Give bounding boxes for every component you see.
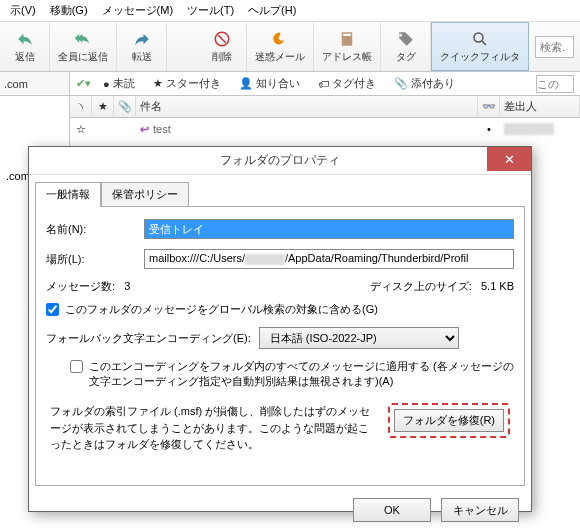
fallback-encoding-label: フォールバック文字エンコーディング(E): [46,331,251,346]
menu-help[interactable]: ヘルプ(H) [242,1,302,20]
menu-go[interactable]: 移動(G) [44,1,94,20]
svg-point-4 [474,33,483,42]
svg-line-5 [482,41,486,45]
filter-contact[interactable]: 👤 知り合い [233,74,306,93]
reply-button[interactable]: 返信 [0,22,50,71]
tab-general[interactable]: 一般情報 [35,182,101,207]
second-row: .com ✔▾ ● 未読 ★ スター付き 👤 知り合い 🏷 タグ付き 📎 添付あ… [0,72,580,96]
flame-icon [271,30,289,48]
forward-button[interactable]: 転送 [117,22,167,71]
name-label: 名前(N): [46,222,136,237]
tag-icon [397,30,415,48]
location-field[interactable]: mailbox:///C:/Users//AppData/Roaming/Thu… [144,249,514,269]
book-icon [338,30,356,48]
svg-rect-3 [343,33,351,35]
search-box [529,22,580,71]
tag-button[interactable]: タグ [381,22,431,71]
filter-starred[interactable]: ★ スター付き [147,74,227,93]
tab-panel-general: 名前(N): 場所(L): mailbox:///C:/Users//AppDa… [35,206,525,486]
search-input[interactable] [535,36,574,58]
filter-attachment[interactable]: 📎 添付あり [388,74,461,93]
filter-tagged[interactable]: 🏷 タグ付き [312,74,382,93]
folder-properties-dialog: フォルダのプロパティ ✕ 一般情報 保管ポリシー 名前(N): 場所(L): m… [28,146,532,512]
column-headers: ৲ ★ 📎 件名 👓 差出人 [70,96,580,118]
disksize-label: ディスク上のサイズ: [370,280,472,292]
disksize-value: 5.1 KB [481,280,514,292]
delete-icon [213,30,231,48]
delete-button[interactable]: 削除 [197,22,247,71]
menu-view[interactable]: 示(V) [4,1,42,20]
close-button[interactable]: ✕ [487,147,531,171]
encoding-select[interactable]: 日本語 (ISO-2022-JP) [259,327,459,349]
apply-encoding-input[interactable] [70,360,83,373]
global-search-input[interactable] [46,303,59,316]
repair-folder-button[interactable]: フォルダを修復(R) [394,409,504,432]
col-attach[interactable]: 📎 [114,96,136,117]
col-from[interactable]: 差出人 [500,96,580,117]
reply-icon [16,30,34,48]
repair-highlight: フォルダを修復(R) [388,403,510,438]
path-redacted [245,254,285,265]
dialog-button-row: OK キャンセル [29,492,531,528]
col-subject[interactable]: 件名 [136,96,478,117]
dialog-titlebar: フォルダのプロパティ ✕ [29,147,531,175]
col-star[interactable]: ★ [92,96,114,117]
toolbar: 返信 全員に返信 転送 削除 迷惑メール アドレス帳 タグ クイックフィルタ [0,22,580,72]
filter-search-input[interactable] [536,75,574,93]
addressbook-button[interactable]: アドレス帳 [314,22,381,71]
filter-unread[interactable]: ● 未読 [97,74,141,93]
search-icon [471,30,489,48]
tab-retention[interactable]: 保管ポリシー [101,182,189,207]
menu-message[interactable]: メッセージ(M) [96,1,180,20]
apply-encoding-checkbox[interactable]: このエンコーディングをフォルダ内のすべてのメッセージに適用する (各メッセージの… [70,359,514,389]
replied-icon: ↩ [140,123,149,136]
ok-button[interactable]: OK [353,498,431,522]
msgcount-label: メッセージ数: [46,280,115,292]
dialog-tabs: 一般情報 保管ポリシー [29,175,531,206]
repair-note-row: フォルダの索引ファイル (.msf) が損傷し、削除したはずのメッセージが表示さ… [46,399,514,457]
repair-note-text: フォルダの索引ファイル (.msf) が損傷し、削除したはずのメッセージが表示さ… [50,403,380,453]
message-row[interactable]: ☆ ↩test • [70,118,580,140]
global-search-checkbox[interactable]: このフォルダのメッセージをグローバル検索の対象に含める(G) [46,302,514,317]
sender-redacted [504,123,554,135]
account-label[interactable]: .com [0,72,70,95]
location-label: 場所(L): [46,252,136,267]
cancel-button[interactable]: キャンセル [441,498,519,522]
replyall-button[interactable]: 全員に返信 [50,22,117,71]
replyall-icon [74,30,92,48]
menu-tools[interactable]: ツール(T) [181,1,240,20]
col-thread[interactable]: ৲ [70,96,92,117]
quickfilter-button[interactable]: クイックフィルタ [431,22,529,71]
msgcount-value: 3 [124,280,130,292]
menubar: 示(V) 移動(G) メッセージ(M) ツール(T) ヘルプ(H) [0,0,580,22]
dialog-title: フォルダのプロパティ [220,152,340,169]
filter-toggle-icon[interactable]: ✔▾ [76,77,91,90]
col-correspondent-icon[interactable]: 👓 [478,96,500,117]
junk-button[interactable]: 迷惑メール [247,22,314,71]
forward-icon [133,30,151,48]
svg-line-1 [218,35,226,43]
quick-filter-bar: ✔▾ ● 未読 ★ スター付き 👤 知り合い 🏷 タグ付き 📎 添付あり [70,72,580,95]
folder-name-input[interactable] [144,219,514,239]
